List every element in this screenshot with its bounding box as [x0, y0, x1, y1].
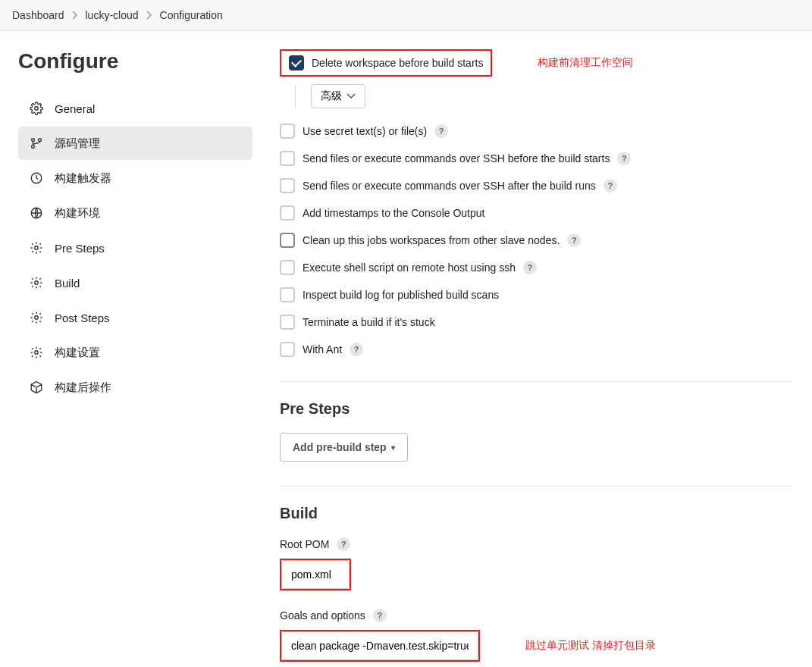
checkbox-label: Inspect build log for published build sc…: [303, 289, 499, 301]
checkbox[interactable]: [280, 342, 295, 357]
breadcrumb-dashboard[interactable]: Dashboard: [12, 9, 64, 21]
sidebar-item-presteps[interactable]: Pre Steps: [18, 231, 252, 265]
gear-icon: [29, 275, 44, 290]
clock-icon: [29, 171, 44, 186]
sidebar: Configure General 源码管理 构建触发器: [0, 31, 262, 667]
checkbox-delete-workspace[interactable]: [289, 55, 304, 70]
sidebar-item-label: 构建触发器: [55, 171, 111, 186]
svg-point-3: [39, 139, 42, 142]
breadcrumb-project[interactable]: lucky-cloud: [86, 9, 139, 21]
checkbox-label: Send files or execute commands over SSH …: [303, 152, 610, 164]
env-option-row: Terminate a build if it's stuck: [280, 315, 792, 330]
package-icon: [29, 380, 44, 395]
checkbox[interactable]: [280, 260, 295, 275]
checkbox[interactable]: [280, 151, 295, 166]
svg-point-0: [35, 107, 39, 111]
annotation-text: 构建前清理工作空间: [538, 56, 633, 70]
build-heading: Build: [280, 505, 792, 522]
sidebar-item-scm[interactable]: 源码管理: [18, 127, 252, 160]
gear-icon: [29, 345, 44, 360]
checkbox-label: With Ant: [303, 343, 342, 355]
env-option-row: Add timestamps to the Console Output: [280, 205, 792, 221]
annotation-box: [280, 630, 480, 662]
gear-icon: [29, 101, 44, 116]
env-option-row: Clean up this jobs workspaces from other…: [280, 233, 792, 248]
breadcrumb-configuration[interactable]: Configuration: [160, 9, 223, 21]
caret-down-icon: ▾: [391, 443, 395, 452]
checkbox[interactable]: [280, 178, 295, 193]
pre-steps-heading: Pre Steps: [280, 400, 792, 418]
checkbox[interactable]: [280, 205, 295, 221]
goals-input[interactable]: [281, 631, 478, 660]
checkbox[interactable]: [280, 315, 295, 330]
globe-icon: [29, 205, 44, 221]
sidebar-item-label: Post Steps: [55, 312, 110, 324]
root-pom-input[interactable]: [281, 560, 350, 589]
sidebar-item-label: General: [55, 102, 95, 115]
env-option-row: With Ant?: [280, 342, 792, 357]
sidebar-item-triggers[interactable]: 构建触发器: [18, 161, 252, 195]
sidebar-item-general[interactable]: General: [18, 92, 252, 125]
checkbox-label: Clean up this jobs workspaces from other…: [303, 234, 560, 246]
checkbox[interactable]: [280, 124, 295, 139]
checkbox[interactable]: [280, 233, 295, 248]
sidebar-item-label: Pre Steps: [55, 242, 105, 255]
help-icon[interactable]: ?: [523, 261, 537, 274]
sidebar-item-label: 构建后操作: [55, 380, 111, 395]
page-title: Configure: [18, 49, 252, 74]
chevron-down-icon: [346, 93, 356, 99]
help-icon[interactable]: ?: [337, 537, 350, 551]
sidebar-item-label: 源码管理: [55, 136, 100, 151]
env-option-row: Inspect build log for published build sc…: [280, 287, 792, 302]
svg-point-8: [35, 316, 39, 320]
sidebar-item-label: 构建环境: [55, 206, 100, 221]
annotation-box: Delete workspace before build starts: [280, 49, 492, 77]
sidebar-item-build[interactable]: Build: [18, 266, 252, 299]
root-pom-label: Root POM: [280, 538, 329, 550]
chevron-right-icon: [146, 11, 152, 20]
env-option-row: Send files or execute commands over SSH …: [280, 151, 792, 166]
help-icon[interactable]: ?: [567, 233, 581, 247]
checkbox-label: Add timestamps to the Console Output: [303, 207, 484, 219]
sidebar-item-poststeps[interactable]: Post Steps: [18, 301, 252, 334]
sidebar-item-env[interactable]: 构建环境: [18, 196, 252, 230]
goals-label: Goals and options: [280, 609, 365, 622]
svg-point-2: [32, 146, 35, 149]
env-option-row: Execute shell script on remote host usin…: [280, 260, 792, 275]
help-icon[interactable]: ?: [617, 152, 631, 165]
sidebar-item-settings[interactable]: 构建设置: [18, 336, 252, 369]
svg-point-7: [35, 281, 39, 285]
add-prebuild-step-button[interactable]: Add pre-build step ▾: [280, 433, 408, 462]
help-icon[interactable]: ?: [350, 343, 363, 356]
svg-point-9: [35, 351, 39, 355]
checkbox-label: Use secret text(s) or file(s): [303, 125, 427, 137]
checkbox-label: Terminate a build if it's stuck: [303, 316, 435, 328]
checkbox-label: Delete workspace before build starts: [312, 57, 483, 69]
annotation-box: [280, 559, 351, 590]
advanced-button[interactable]: 高级: [311, 84, 365, 108]
annotation-text: 跳过单元测试 清掉打包目录: [525, 639, 656, 653]
help-icon[interactable]: ?: [373, 609, 387, 622]
sidebar-item-postbuild[interactable]: 构建后操作: [18, 371, 252, 404]
chevron-right-icon: [72, 11, 78, 20]
checkbox-label: Execute shell script on remote host usin…: [303, 261, 516, 274]
help-icon[interactable]: ?: [434, 124, 448, 138]
sidebar-item-label: 构建设置: [55, 346, 100, 360]
sidebar-item-label: Build: [55, 277, 80, 290]
env-option-row: Use secret text(s) or file(s)?: [280, 124, 792, 139]
gear-icon: [29, 310, 44, 325]
gear-icon: [29, 240, 44, 255]
help-icon[interactable]: ?: [604, 179, 617, 193]
main-content: Delete workspace before build starts 构建前…: [262, 31, 792, 667]
checkbox-label: Send files or execute commands over SSH …: [303, 180, 596, 192]
checkbox[interactable]: [280, 287, 295, 302]
branch-icon: [29, 136, 44, 151]
env-option-row: Send files or execute commands over SSH …: [280, 178, 792, 193]
breadcrumb: Dashboard lucky-cloud Configuration: [0, 0, 812, 31]
svg-point-6: [35, 246, 39, 250]
svg-point-1: [32, 139, 35, 142]
